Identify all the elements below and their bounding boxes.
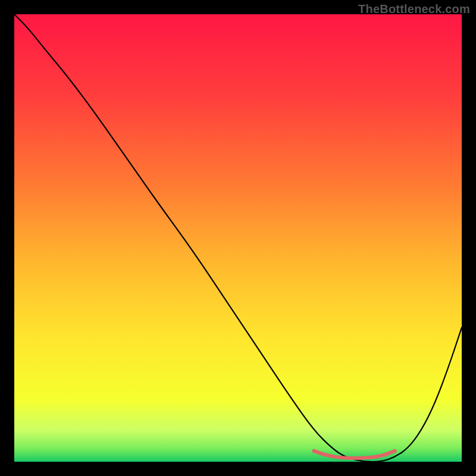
optimal-zone-dot: [393, 449, 397, 453]
chart-plot-area: [14, 14, 462, 462]
optimal-zone-dot: [384, 453, 388, 457]
chart-background: [14, 14, 462, 462]
optimal-zone-dot: [330, 455, 334, 459]
optimal-zone-dot: [366, 456, 370, 460]
chart-frame: TheBottleneck.com: [0, 0, 476, 476]
optimal-zone-dot: [348, 456, 352, 461]
optimal-zone-dot: [312, 449, 317, 453]
optimal-zone-dot: [339, 456, 343, 460]
optimal-zone-dot: [321, 452, 325, 456]
optimal-zone-dot: [357, 456, 361, 461]
watermark-text: TheBottleneck.com: [358, 2, 470, 16]
optimal-zone-dot: [375, 455, 379, 459]
chart-svg: [14, 14, 462, 462]
